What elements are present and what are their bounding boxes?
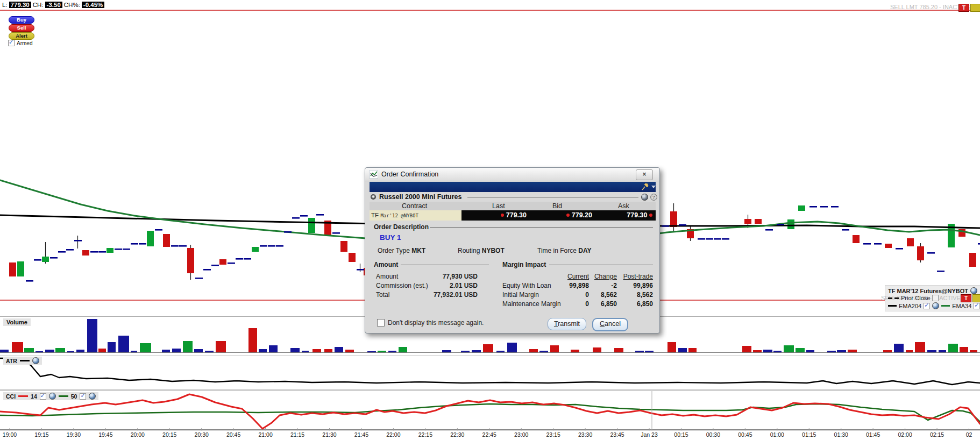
help-icon[interactable]: ? [650, 194, 657, 201]
time-axis-label: 23:15 [538, 431, 569, 438]
dialog-title: Order Confirmation [381, 171, 438, 178]
col-bid: Bid [552, 202, 562, 210]
time-axis-label: 19:00 [0, 431, 25, 438]
instrument-section-header: Russell 2000 Mini Futures ? [370, 193, 656, 201]
commission-row-value: 2.01 USD [424, 282, 478, 289]
sell-button[interactable]: Sell [9, 24, 34, 32]
time-axis-label: 21:45 [346, 431, 377, 438]
time-axis-label: 00:15 [666, 431, 696, 438]
check-icon: ✓ [40, 392, 45, 399]
buy-button[interactable]: Buy [9, 16, 34, 24]
time-axis-label: 20:30 [187, 431, 217, 438]
tick-dot-icon [566, 214, 570, 217]
sell-lmt-transmit-badge[interactable]: T [958, 4, 969, 12]
equity-row-label: Equity With Loan [502, 282, 551, 289]
sell-stp-transmit-badge[interactable]: T [961, 294, 971, 302]
dont-display-checkbox[interactable] [377, 319, 385, 327]
sell-stp-quantity-badge[interactable] [972, 294, 980, 302]
dialog-navy-bar [370, 182, 656, 192]
time-axis-label: 23:30 [570, 431, 600, 438]
amount-row-value: 77,930 USD [424, 273, 478, 280]
legend-prior-close-label: Prior Close [901, 295, 930, 301]
close-icon[interactable]: × [636, 169, 653, 180]
quote-table-row[interactable]: TF Mar'12 @NYBOT 779.30 779.20 779.30 [370, 210, 656, 221]
time-axis-label: 21:30 [315, 431, 345, 438]
legend-prior-close-row: Prior Close [888, 295, 939, 301]
commission-row-label: Commission (est.) [376, 282, 428, 289]
equity-change: -2 [585, 282, 617, 289]
section-rule [430, 227, 653, 228]
time-axis-label: 19:45 [90, 431, 120, 438]
initial-margin-posttrade: 8,562 [621, 291, 653, 299]
last-value: 779.30 [9, 2, 31, 8]
section-rule [401, 265, 489, 265]
tick-dot-icon [501, 214, 504, 217]
check-icon: ✓ [9, 39, 13, 46]
maintenance-margin-row-label: Maintenance Margin [502, 300, 561, 308]
maintenance-margin-current: 0 [557, 300, 589, 308]
legend-ema-row: EMA204 ✓ EMA34 ✓ [888, 302, 980, 309]
col-last: Last [492, 202, 505, 210]
time-axis-label: 21:00 [251, 431, 281, 438]
time-axis-label: 20:15 [154, 431, 184, 438]
prior-close-checkbox[interactable] [932, 295, 939, 301]
instrument-section-title: Russell 2000 Mini Futures [379, 193, 462, 201]
time-axis-label: 23:45 [602, 431, 633, 438]
chevron-down-icon[interactable] [651, 186, 656, 188]
globe-icon[interactable] [932, 302, 939, 309]
cci50-label: 50 [71, 393, 77, 400]
armed-row: ✓ Armed [8, 40, 32, 46]
collapse-orb-icon[interactable] [371, 194, 376, 200]
initial-margin-change: 8,562 [585, 291, 617, 299]
dialog-title-bar[interactable]: Order Confirmation × [365, 168, 659, 181]
cci14-label: 14 [31, 393, 37, 400]
globe-icon[interactable] [49, 393, 56, 400]
transmit-button[interactable]: Transmit [548, 318, 586, 330]
time-axis-label: 22:00 [378, 431, 408, 438]
initial-margin-current: 0 [557, 291, 589, 299]
amount-row-label: Amount [376, 273, 398, 280]
legend-ema204-label: EMA204 [899, 303, 921, 309]
pin-icon[interactable] [641, 183, 650, 191]
time-axis-label: 19:15 [26, 431, 56, 438]
contract-symbol: TF [371, 212, 379, 218]
last-cell: 779.30 [461, 210, 531, 221]
maintenance-margin-posttrade: 6,850 [621, 300, 653, 308]
trading-platform-screen: L: 779.30 CH: -3.50 CH%: -0.45% Buy Sell… [0, 0, 980, 440]
sell-lmt-quantity-badge[interactable] [970, 4, 980, 12]
check-icon: ✓ [974, 302, 979, 309]
globe-icon[interactable] [641, 194, 648, 201]
time-axis-label: 02:00 [890, 431, 920, 438]
order-confirmation-dialog: Order Confirmation × Russell 2000 Mini F… [365, 167, 660, 333]
armed-label: Armed [17, 40, 32, 46]
order-description-header: Order Description [374, 223, 429, 231]
globe-icon[interactable] [970, 287, 977, 294]
globe-icon[interactable] [32, 357, 39, 364]
cancel-button[interactable]: Cancel [592, 318, 628, 331]
time-axis-label: 01:00 [762, 431, 792, 438]
armed-checkbox[interactable]: ✓ [8, 40, 15, 46]
atr-line-icon [20, 360, 30, 361]
margin-col-posttrade: Post-trade [615, 273, 653, 280]
time-axis-label: 22:45 [474, 431, 505, 438]
cci14-checkbox[interactable]: ✓ [40, 393, 46, 400]
tif-row: Time in Force DAY [537, 247, 591, 254]
quote-table-header: Contract Last Bid Ask [370, 202, 656, 210]
ema204-checkbox[interactable]: ✓ [924, 303, 930, 309]
time-axis-label: 23:00 [506, 431, 536, 438]
ema34-checkbox[interactable]: ✓ [974, 303, 980, 309]
time-axis-label: 00:45 [730, 431, 760, 438]
equity-posttrade: 99,896 [621, 282, 653, 289]
last-price: 779.30 [506, 211, 527, 219]
time-axis-label: 20:00 [123, 431, 153, 438]
chart-app-icon [370, 170, 378, 179]
cci50-checkbox[interactable]: ✓ [80, 393, 86, 400]
total-row-value: 77,932.01 USD [424, 291, 478, 299]
bid-price: 779.20 [572, 211, 592, 219]
check-icon: ✓ [80, 392, 85, 399]
ema34-line-icon [941, 305, 950, 307]
globe-icon[interactable] [89, 393, 96, 400]
col-ask: Ask [618, 202, 629, 210]
legend-ema34-label: EMA34 [952, 303, 971, 309]
legend-instrument-row: TF MAR'12 Futures@NYBOT [888, 287, 977, 294]
